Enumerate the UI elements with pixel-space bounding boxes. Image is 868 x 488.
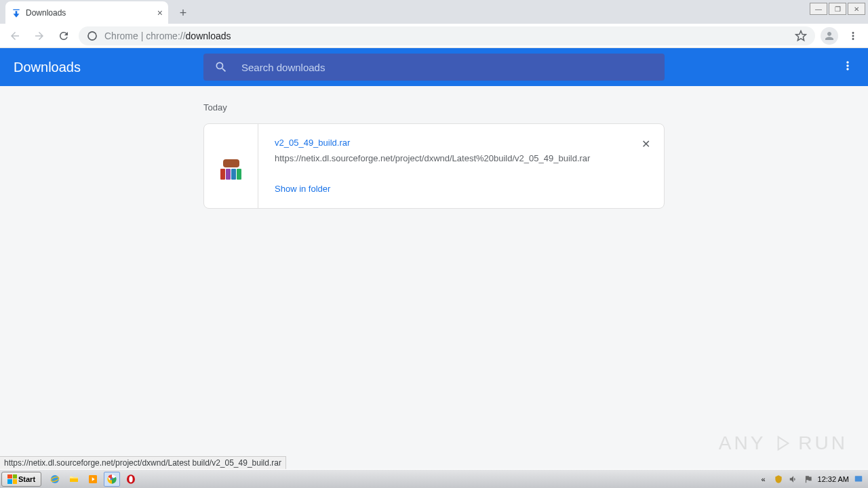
flag-tray-icon[interactable] (803, 474, 814, 485)
chrome-taskbar-icon[interactable] (104, 472, 120, 487)
close-window-button[interactable]: ✕ (848, 3, 865, 15)
back-button[interactable] (5, 26, 24, 45)
download-item: v2_05_49_build.rar https://netix.dl.sour… (203, 123, 665, 209)
start-label: Start (18, 475, 35, 483)
search-container[interactable] (203, 54, 665, 81)
page-title: Downloads (14, 60, 203, 75)
address-bar[interactable]: Chrome | chrome://downloads (79, 26, 815, 45)
window-controls: — ❐ ✕ (810, 3, 865, 15)
taskbar: Start « 12:32 AM (0, 469, 868, 488)
new-tab-button[interactable]: + (174, 3, 193, 22)
remove-download-button[interactable]: ✕ (642, 138, 650, 150)
tab-close-button[interactable]: × (157, 7, 163, 18)
file-source-url: https://netix.dl.sourceforge.net/project… (275, 153, 648, 163)
tab-title: Downloads (26, 8, 66, 18)
browser-chrome: Downloads × + — ❐ ✕ Chrome | chrome://do… (0, 0, 868, 48)
security-tray-icon[interactable] (773, 474, 784, 485)
search-input[interactable] (241, 62, 654, 73)
file-info: v2_05_49_build.rar https://netix.dl.sour… (258, 124, 664, 208)
section-label: Today (203, 102, 665, 113)
volume-tray-icon[interactable] (788, 474, 799, 485)
profile-avatar[interactable] (821, 27, 838, 45)
svg-point-2 (51, 475, 59, 483)
show-in-folder-link[interactable]: Show in folder (275, 184, 330, 194)
downloads-header: Downloads (0, 48, 868, 86)
opera-taskbar-icon[interactable] (123, 472, 139, 487)
clock[interactable]: 12:32 AM (818, 475, 849, 483)
reload-button[interactable] (54, 26, 73, 45)
search-icon (214, 60, 228, 74)
downloads-menu-button[interactable] (841, 59, 854, 75)
forward-button[interactable] (30, 26, 49, 45)
svg-point-8 (129, 476, 132, 482)
tab-strip: Downloads × + — ❐ ✕ (0, 0, 868, 24)
omnibox-text: Chrome | chrome://downloads (104, 30, 231, 41)
system-tray: « 12:32 AM (758, 474, 867, 485)
browser-toolbar: Chrome | chrome://downloads (0, 24, 868, 48)
svg-point-1 (89, 32, 96, 39)
site-info-icon (87, 30, 98, 41)
maximize-button[interactable]: ❐ (829, 3, 846, 15)
ie-taskbar-icon[interactable] (47, 472, 63, 487)
minimize-button[interactable]: — (810, 3, 827, 15)
downloads-body: Today v2_05_49_build.rar https://netix.d… (0, 86, 868, 469)
windows-logo-icon (7, 474, 17, 484)
status-bar: https://netix.dl.sourceforge.net/project… (0, 456, 286, 469)
tray-expand-icon[interactable]: « (758, 474, 769, 485)
explorer-taskbar-icon[interactable] (66, 472, 82, 487)
show-desktop-button[interactable] (853, 474, 864, 485)
rar-file-icon (220, 158, 242, 180)
browser-menu-button[interactable] (844, 26, 863, 45)
browser-tab[interactable]: Downloads × (5, 1, 168, 24)
start-button[interactable]: Start (1, 472, 41, 487)
file-icon-area (204, 124, 258, 208)
downloads-list: Today v2_05_49_build.rar https://netix.d… (203, 102, 665, 469)
file-name-link[interactable]: v2_05_49_build.rar (275, 138, 648, 148)
taskbar-apps (47, 472, 139, 487)
download-icon (11, 7, 22, 18)
svg-rect-9 (855, 476, 863, 481)
bookmark-icon[interactable] (795, 30, 807, 42)
media-player-taskbar-icon[interactable] (85, 472, 101, 487)
